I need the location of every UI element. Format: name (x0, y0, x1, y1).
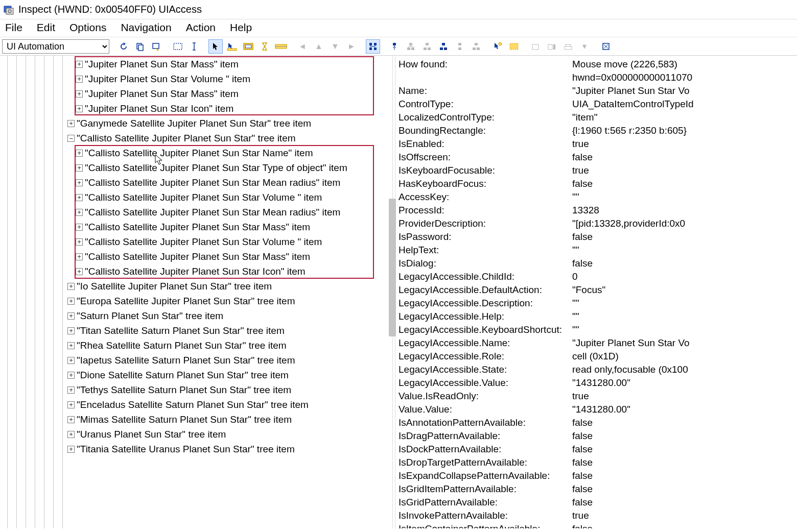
expand-icon[interactable]: + (67, 386, 75, 394)
expand-icon[interactable]: + (67, 401, 75, 408)
menu-file[interactable]: File (5, 21, 22, 34)
expand-icon[interactable]: + (67, 416, 75, 423)
tree-pane[interactable]: +"Jupiter Planet Sun Star Mass" item+"Ju… (0, 56, 392, 528)
tree-item-rest-1[interactable]: +"Europa Satellite Jupiter Planet Sun St… (0, 294, 392, 308)
highlight-rect-icon[interactable] (241, 39, 255, 54)
copy-icon[interactable] (133, 39, 147, 54)
tree-item-callisto-7[interactable]: +"Callisto Satellite Jupiter Planet Sun … (0, 249, 392, 264)
tree-e-icon[interactable] (469, 39, 483, 54)
tree-item-jupiter-2[interactable]: +"Jupiter Planet Sun Star Mass" item (0, 86, 392, 101)
hourglass-icon[interactable] (257, 39, 272, 54)
misc-a-icon[interactable] (528, 39, 543, 54)
tree-item-jupiter-0[interactable]: +"Jupiter Planet Sun Star Mass" item (0, 57, 392, 71)
expand-icon[interactable]: + (67, 298, 75, 305)
nav-forward-icon[interactable]: ► (344, 39, 359, 54)
cursor-highlight-icon[interactable] (225, 39, 239, 54)
action-cursor-icon[interactable] (490, 39, 505, 54)
tree-item-label: "Jupiter Planet Sun Star Icon" item (85, 101, 233, 116)
highlight-wide-icon[interactable] (274, 39, 288, 54)
rect-dashed-icon[interactable] (171, 39, 185, 54)
menu-edit[interactable]: Edit (37, 21, 55, 34)
tree-item-rest-0[interactable]: +"Io Satellite Jupiter Planet Sun Star" … (0, 279, 392, 294)
expand-icon[interactable]: + (76, 238, 83, 246)
expand-icon[interactable]: − (67, 135, 75, 142)
tree-item-rest-11[interactable]: +"Titania Satellite Uranus Planet Sun St… (0, 442, 392, 456)
misc-b-icon[interactable] (545, 39, 559, 54)
expand-icon[interactable]: + (76, 194, 83, 201)
expand-icon[interactable]: + (76, 61, 83, 68)
tree-item-callisto-3[interactable]: +"Callisto Satellite Jupiter Planet Sun … (0, 190, 392, 205)
misc-d-icon[interactable]: ▾ (577, 39, 592, 54)
tree-item-rest-3[interactable]: +"Titan Satellite Saturn Planet Sun Star… (0, 323, 392, 338)
expand-icon[interactable]: + (67, 446, 75, 453)
tree-c-icon[interactable] (436, 39, 451, 54)
tree-item-callisto-1[interactable]: +"Callisto Satellite Jupiter Planet Sun … (0, 160, 392, 175)
expand-icon[interactable]: + (76, 150, 83, 157)
nav-up-icon[interactable]: ▲ (312, 39, 326, 54)
tree-item-jupiter-3[interactable]: +"Jupiter Planet Sun Star Icon" item (0, 101, 392, 116)
expand-icon[interactable]: + (67, 312, 75, 320)
prop-row: IsInvokePatternAvailable:true (398, 509, 794, 522)
tree-item-rest-6[interactable]: +"Dione Satellite Saturn Planet Sun Star… (0, 368, 392, 382)
nav-back-icon[interactable]: ◄ (295, 39, 310, 54)
tree-d-icon[interactable] (453, 39, 467, 54)
tree-item-rest-7[interactable]: +"Tethys Satellite Saturn Planet Sun Sta… (0, 382, 392, 397)
nav-down-icon[interactable]: ▼ (328, 39, 342, 54)
properties-pane[interactable]: How found:Mouse move (2226,583)hwnd=0x00… (395, 56, 797, 528)
tree-item-callisto-5[interactable]: +"Callisto Satellite Jupiter Planet Sun … (0, 220, 392, 234)
tree-item-callisto[interactable]: −"Callisto Satellite Jupiter Planet Sun … (0, 131, 392, 146)
tree-item-callisto-4[interactable]: +"Callisto Satellite Jupiter Planet Sun … (0, 205, 392, 220)
tree-item-jupiter-1[interactable]: +"Jupiter Planet Sun Star Volume " item (0, 71, 392, 86)
svg-rect-10 (275, 44, 287, 49)
tree-item-label: "Callisto Satellite Jupiter Planet Sun S… (77, 131, 296, 146)
menu-action[interactable]: Action (186, 21, 216, 34)
tree-item-rest-10[interactable]: +"Uranus Planet Sun Star" tree item (0, 427, 392, 442)
tree-item-rest-9[interactable]: +"Mimas Satellite Saturn Planet Sun Star… (0, 412, 392, 427)
misc-c-icon[interactable] (561, 39, 575, 54)
mode-select[interactable]: UI Automation (2, 39, 109, 54)
text-cursor-icon[interactable] (187, 39, 201, 54)
tree-item-rest-4[interactable]: +"Rhea Satellite Saturn Planet Sun Star"… (0, 338, 392, 353)
tree-item-callisto-0[interactable]: +"Callisto Satellite Jupiter Planet Sun … (0, 146, 392, 160)
expand-icon[interactable]: + (76, 76, 83, 83)
menu-help[interactable]: Help (230, 21, 252, 34)
tree-item-ganymede[interactable]: +"Ganymede Satellite Jupiter Planet Sun … (0, 116, 392, 131)
expand-icon[interactable]: + (67, 357, 75, 364)
scrollbar-thumb[interactable] (389, 199, 396, 336)
tree-item-callisto-8[interactable]: +"Callisto Satellite Jupiter Planet Sun … (0, 264, 392, 279)
expand-icon[interactable]: + (67, 283, 75, 290)
parent-icon[interactable] (387, 39, 402, 54)
splitter[interactable] (392, 56, 395, 528)
expand-icon[interactable]: + (76, 105, 83, 112)
refresh-icon[interactable] (116, 39, 131, 54)
menu-options[interactable]: Options (69, 21, 106, 34)
cursor-mode-icon[interactable] (208, 39, 223, 54)
expand-icon[interactable]: + (76, 268, 83, 275)
menu-navigation[interactable]: Navigation (121, 21, 171, 34)
expand-icon[interactable]: + (67, 342, 75, 349)
tree-a-icon[interactable] (404, 39, 418, 54)
focus-rect-icon[interactable] (507, 39, 521, 54)
tree-item-rest-2[interactable]: +"Saturn Planet Sun Star" tree item (0, 308, 392, 323)
window-action-icon[interactable] (149, 39, 163, 54)
expand-icon[interactable]: + (76, 90, 83, 98)
expand-icon[interactable]: + (76, 253, 83, 260)
prop-value: "" (572, 310, 794, 323)
expand-icon[interactable]: + (76, 209, 83, 216)
expand-icon[interactable]: + (76, 179, 83, 186)
expand-icon[interactable]: + (76, 164, 83, 172)
tree-item-rest-8[interactable]: +"Enceladus Satellite Saturn Planet Sun … (0, 397, 392, 412)
tree-item-rest-5[interactable]: +"Iapetus Satellite Saturn Planet Sun St… (0, 353, 392, 368)
expand-icon[interactable]: + (67, 372, 75, 379)
expand-icon[interactable]: + (67, 120, 75, 127)
expand-all-icon[interactable] (599, 39, 613, 54)
tree-item-callisto-2[interactable]: +"Callisto Satellite Jupiter Planet Sun … (0, 175, 392, 190)
expand-icon[interactable]: + (67, 431, 75, 438)
tree-item-callisto-6[interactable]: +"Callisto Satellite Jupiter Planet Sun … (0, 234, 392, 249)
tree-mode-icon[interactable] (366, 39, 380, 54)
tree-item-label: "Callisto Satellite Jupiter Planet Sun S… (85, 264, 306, 279)
expand-icon[interactable]: + (76, 224, 83, 231)
tree-b-icon[interactable] (420, 39, 434, 54)
expand-icon[interactable]: + (67, 327, 75, 334)
prop-key: LegacyIAccessible.Name: (398, 336, 572, 350)
